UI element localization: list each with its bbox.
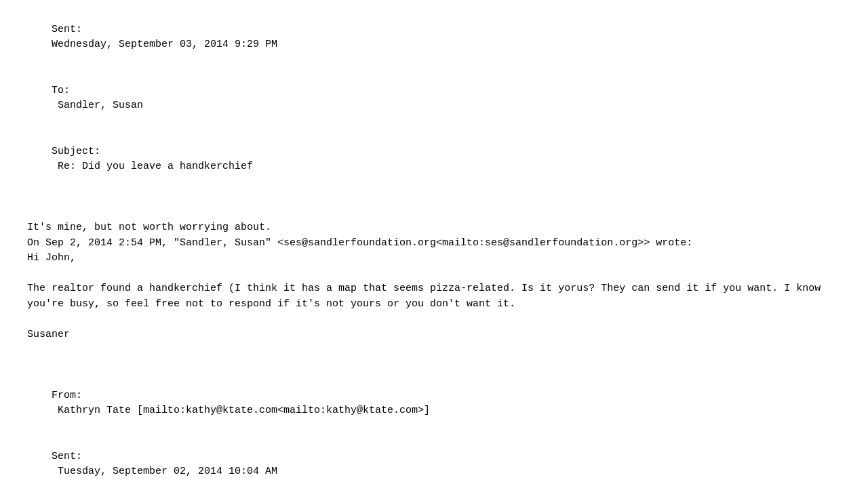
subject-label: Subject:: [52, 146, 100, 157]
body-line1: It's mine, but not worth worrying about.: [27, 220, 841, 236]
quoted-header: On Sep 2, 2014 2:54 PM, "Sandler, Susan"…: [27, 236, 841, 251]
sent-value: Wednesday, September 03, 2014 9:29 PM: [52, 39, 277, 50]
subject-line: Subject: Re: Did you leave a handkerchie…: [27, 129, 841, 190]
forwarded-from-line: From: Kathryn Tate [mailto:kathy@ktate.c…: [27, 373, 841, 434]
forwarded-sent-value: [52, 466, 58, 477]
sent-label: Sent:: [52, 24, 82, 35]
forwarded-from-value: [52, 405, 58, 416]
sent-line: Sent: Wednesday, September 03, 2014 9:29…: [27, 7, 841, 68]
paragraph1: The realtor found a handkerchief (I thin…: [27, 281, 841, 312]
email-content: Sent: Wednesday, September 03, 2014 9:29…: [27, 7, 841, 488]
subject-value: [52, 161, 58, 172]
signature: Susaner: [27, 327, 841, 343]
to-label: To:: [52, 85, 70, 96]
greeting: Hi John,: [27, 251, 841, 266]
forwarded-sent-line: Sent: Tuesday, September 02, 2014 10:04 …: [27, 434, 841, 488]
to-value: [52, 100, 58, 111]
forwarded-sent-label: Sent:: [52, 451, 82, 462]
forwarded-from-label: From:: [52, 390, 82, 401]
to-line: To: Sandler, Susan: [27, 68, 841, 129]
